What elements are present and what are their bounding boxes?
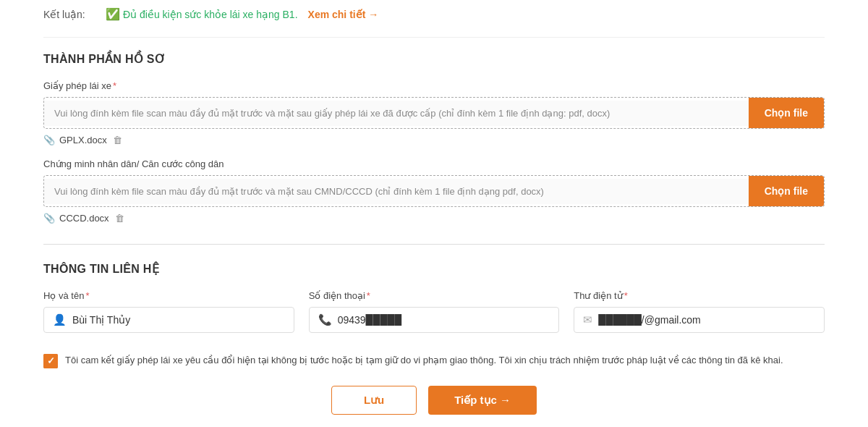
email-label: Thư điện tử*	[574, 290, 825, 301]
cam-ket-row: ✓ Tôi cam kết giấy phép lái xe yêu cầu đ…	[43, 353, 825, 368]
email-input-wrapper: ✉	[574, 307, 825, 333]
ho-ten-input-wrapper: 👤	[43, 307, 294, 333]
sdt-input-wrapper: 📞	[309, 307, 560, 333]
gplx-required: *	[113, 80, 116, 91]
check-circle-icon: ✅	[106, 7, 120, 21]
so-dien-thoai-input[interactable]	[338, 314, 550, 326]
luu-button[interactable]: Lưu	[331, 386, 417, 415]
ho-so-section: THÀNH PHẦN HỒ SƠ Giấy phép lái xe* Vui l…	[43, 52, 825, 224]
email-required: *	[624, 290, 628, 301]
cccd-attached-file: 📎 CCCD.docx 🗑	[43, 213, 825, 224]
cam-ket-text: Tôi cam kết giấy phép lái xe yêu cầu đổi…	[65, 353, 783, 368]
sdt-label: Số điện thoại*	[309, 290, 560, 301]
cccd-filename: CCCD.docx	[59, 213, 109, 224]
cccd-chon-file-button[interactable]: Chọn file	[749, 176, 824, 206]
lien-he-section: THÔNG TIN LIÊN HỆ Họ và tên* 👤 Số điện t…	[43, 262, 825, 333]
gplx-upload-placeholder: Vui lòng đính kèm file scan màu đầy đủ m…	[44, 101, 749, 126]
phone-icon: 📞	[318, 313, 332, 326]
ket-luan-value: ✅ Đủ điều kiện sức khỏe lái xe hạng B1.	[106, 7, 298, 21]
sdt-required: *	[367, 290, 370, 301]
thu-dien-tu-field-group: Thư điện tử* ✉	[574, 290, 825, 333]
ket-luan-text: Đủ điều kiện sức khỏe lái xe hạng B1.	[123, 9, 298, 20]
xem-chi-tiet-link[interactable]: Xem chi tiết →	[308, 9, 379, 20]
lien-he-title: THÔNG TIN LIÊN HỆ	[43, 262, 825, 276]
email-input[interactable]	[598, 314, 815, 326]
gplx-chon-file-button[interactable]: Chọn file	[749, 98, 824, 128]
gplx-filename: GPLX.docx	[59, 135, 107, 145]
person-icon: 👤	[53, 313, 67, 326]
contact-grid: Họ và tên* 👤 Số điện thoại* 📞	[43, 290, 825, 333]
ho-so-title: THÀNH PHẦN HỒ SƠ	[43, 52, 825, 66]
section-divider	[43, 244, 825, 245]
gplx-upload-area: Vui lòng đính kèm file scan màu đầy đủ m…	[43, 97, 825, 129]
ho-ten-input[interactable]	[72, 314, 285, 326]
paperclip-icon: 📎	[43, 135, 55, 145]
cccd-upload-placeholder: Vui lòng đính kèm file scan màu đầy đủ m…	[44, 179, 749, 204]
cccd-upload-area: Vui lòng đính kèm file scan màu đầy đủ m…	[43, 175, 825, 207]
gplx-label: Giấy phép lái xe*	[43, 80, 825, 91]
cam-ket-checkbox[interactable]	[43, 354, 58, 368]
ho-ten-field-group: Họ và tên* 👤	[43, 290, 294, 333]
gplx-delete-icon[interactable]: 🗑	[113, 135, 122, 145]
cccd-label: Chứng minh nhân dân/ Căn cước công dân	[43, 158, 825, 169]
ho-ten-label: Họ và tên*	[43, 290, 294, 301]
cam-ket-checkbox-wrapper[interactable]: ✓	[43, 354, 58, 368]
email-icon: ✉	[583, 313, 592, 326]
cccd-delete-icon[interactable]: 🗑	[115, 213, 124, 224]
gplx-attached-file: 📎 GPLX.docx 🗑	[43, 135, 825, 145]
so-dien-thoai-field-group: Số điện thoại* 📞	[309, 290, 560, 333]
bottom-buttons: Lưu Tiếp tục →	[43, 386, 825, 415]
ho-ten-required: *	[85, 290, 89, 301]
paperclip-icon-2: 📎	[43, 213, 55, 224]
tiep-tuc-button[interactable]: Tiếp tục →	[428, 386, 537, 415]
ket-luan-label: Kết luận:	[43, 9, 101, 20]
